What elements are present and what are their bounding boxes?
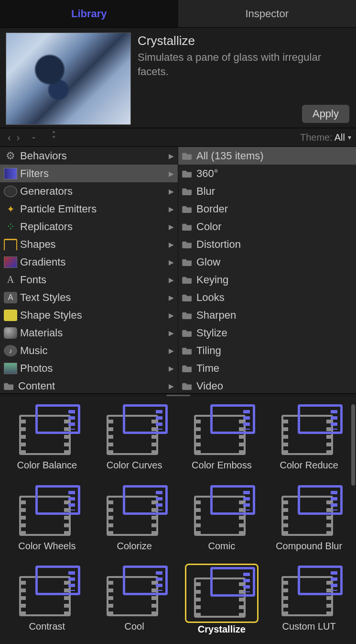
folder-icon xyxy=(182,222,194,231)
grid-item-color-emboss[interactable]: Color Emboss xyxy=(180,400,264,480)
category-row-shapes[interactable]: Shapes▶ xyxy=(0,235,178,253)
filter-thumbnail xyxy=(274,483,345,540)
theme-value[interactable]: All xyxy=(333,132,345,143)
subfolder-row-time[interactable]: Time xyxy=(178,359,356,377)
subfolder-row-color[interactable]: Color xyxy=(178,218,356,235)
browser-columns: Behaviors▶Filters▶Generators▶Particle Em… xyxy=(0,147,356,394)
category-row-fonts[interactable]: Fonts▶ xyxy=(0,271,178,289)
category-row-generators[interactable]: Generators▶ xyxy=(0,182,178,200)
gradients-icon xyxy=(4,256,17,268)
subfolder-label: Video xyxy=(196,380,223,392)
subfolder-row-360-[interactable]: 360° xyxy=(178,165,356,182)
nav-forward-icon[interactable]: › xyxy=(14,132,23,143)
filter-thumbnail xyxy=(11,402,82,459)
category-label: Generators xyxy=(20,185,73,198)
theme-label: Theme: xyxy=(300,132,333,143)
tab-library[interactable]: Library xyxy=(0,0,178,27)
category-row-text-styles[interactable]: Text Styles▶ xyxy=(0,289,178,306)
materials-icon xyxy=(4,327,17,339)
category-row-gradients[interactable]: Gradients▶ xyxy=(0,253,178,271)
chevron-right-icon: ▶ xyxy=(169,365,174,372)
chevron-right-icon: ▶ xyxy=(169,188,174,195)
grid-item-color-curves[interactable]: Color Curves xyxy=(92,400,177,480)
subfolder-column: All (135 items)360°BlurBorderColorDistor… xyxy=(178,147,356,393)
category-row-materials[interactable]: Materials▶ xyxy=(0,324,178,342)
filter-thumbnail xyxy=(185,564,259,623)
gear-icon xyxy=(4,150,17,162)
subfolder-row-looks[interactable]: Looks xyxy=(178,289,356,306)
music-icon xyxy=(4,345,17,356)
tab-inspector[interactable]: Inspector xyxy=(178,0,356,27)
grid-item-compound-blur[interactable]: Compound Blur xyxy=(267,480,351,561)
category-label: Text Styles xyxy=(20,291,71,304)
category-row-photos[interactable]: Photos▶ xyxy=(0,359,178,377)
grid-item-label: Comic xyxy=(208,541,236,552)
generators-icon xyxy=(4,186,17,197)
subfolder-row-tiling[interactable]: Tiling xyxy=(178,342,356,359)
path-toolbar: ‹ › - ˄˅ Theme: All ▾ xyxy=(0,128,356,147)
replicator-icon xyxy=(4,221,17,233)
filters-icon xyxy=(4,168,17,179)
nav-back-icon[interactable]: ‹ xyxy=(5,132,14,143)
subfolder-row-distortion[interactable]: Distortion xyxy=(178,235,356,253)
grid-item-label: Color Emboss xyxy=(192,460,252,471)
subfolder-row-glow[interactable]: Glow xyxy=(178,253,356,271)
subfolder-row-border[interactable]: Border xyxy=(178,200,356,218)
category-label: Particle Emitters xyxy=(20,203,97,215)
subfolder-row-blur[interactable]: Blur xyxy=(178,182,356,200)
chevron-down-icon[interactable]: ▾ xyxy=(345,133,351,141)
textstyles-icon xyxy=(4,292,17,303)
subfolder-label: Border xyxy=(196,203,228,215)
subfolder-row-video[interactable]: Video xyxy=(178,377,356,393)
category-row-behaviors[interactable]: Behaviors▶ xyxy=(0,147,178,165)
preview-info: Crystallize Simulates a pane of glass wi… xyxy=(138,33,350,125)
grid-item-colorize[interactable]: Colorize xyxy=(92,480,177,561)
subfolder-row-all-135-items-[interactable]: All (135 items) xyxy=(178,147,356,165)
chevron-right-icon: ▶ xyxy=(169,294,174,301)
filter-thumbnail xyxy=(11,483,82,540)
category-label: Shape Styles xyxy=(20,309,82,322)
folder-icon xyxy=(182,258,194,266)
grid-item-comic[interactable]: Comic xyxy=(180,480,264,561)
particle-icon xyxy=(4,203,17,215)
grid-item-label: Contrast xyxy=(29,621,65,632)
folder-icon xyxy=(182,240,194,249)
category-row-music[interactable]: Music▶ xyxy=(0,342,178,359)
grid-item-label: Compound Blur xyxy=(276,541,342,552)
grid-item-color-wheels[interactable]: Color Wheels xyxy=(5,480,89,561)
top-tabs: Library Inspector xyxy=(0,0,356,28)
apply-button[interactable]: Apply xyxy=(302,105,349,123)
category-row-filters[interactable]: Filters▶ xyxy=(0,165,178,182)
photos-icon xyxy=(4,363,17,374)
category-row-replicators[interactable]: Replicators▶ xyxy=(0,218,178,235)
folder-icon xyxy=(182,311,194,320)
category-row-particle-emitters[interactable]: Particle Emitters▶ xyxy=(0,200,178,218)
subfolder-row-stylize[interactable]: Stylize xyxy=(178,324,356,342)
chevron-right-icon: ▶ xyxy=(169,382,174,390)
subfolder-label: Glow xyxy=(196,256,220,268)
folder-icon xyxy=(182,205,194,213)
category-row-content[interactable]: Content▶ xyxy=(0,377,178,393)
folder-icon xyxy=(182,169,194,178)
folder-icon xyxy=(182,276,194,284)
scrollbar-thumb[interactable] xyxy=(351,404,355,486)
subfolder-label: Distortion xyxy=(196,238,241,251)
category-row-shape-styles[interactable]: Shape Styles▶ xyxy=(0,306,178,324)
grid-item-cool[interactable]: Cool xyxy=(92,561,177,644)
category-label: Replicators xyxy=(20,221,73,233)
chevron-right-icon: ▶ xyxy=(169,241,174,248)
preview-thumbnail xyxy=(6,33,131,125)
subfolder-label: 360° xyxy=(196,167,218,180)
subfolder-row-keying[interactable]: Keying xyxy=(178,271,356,289)
grid-item-label: Crystallize xyxy=(198,624,246,635)
grid-item-color-reduce[interactable]: Color Reduce xyxy=(267,400,351,480)
grid-item-custom-lut[interactable]: Custom LUT xyxy=(267,561,351,644)
grid-item-contrast[interactable]: Contrast xyxy=(5,561,89,644)
grid-item-label: Colorize xyxy=(117,541,151,552)
grid-item-crystallize[interactable]: Crystallize xyxy=(180,561,264,644)
stepper-icon[interactable]: ˄˅ xyxy=(49,133,56,142)
grid-item-color-balance[interactable]: Color Balance xyxy=(5,400,89,480)
chevron-right-icon: ▶ xyxy=(169,347,174,355)
subfolder-row-sharpen[interactable]: Sharpen xyxy=(178,306,356,324)
preview-description: Simulates a pane of glass with irregular… xyxy=(138,50,350,78)
